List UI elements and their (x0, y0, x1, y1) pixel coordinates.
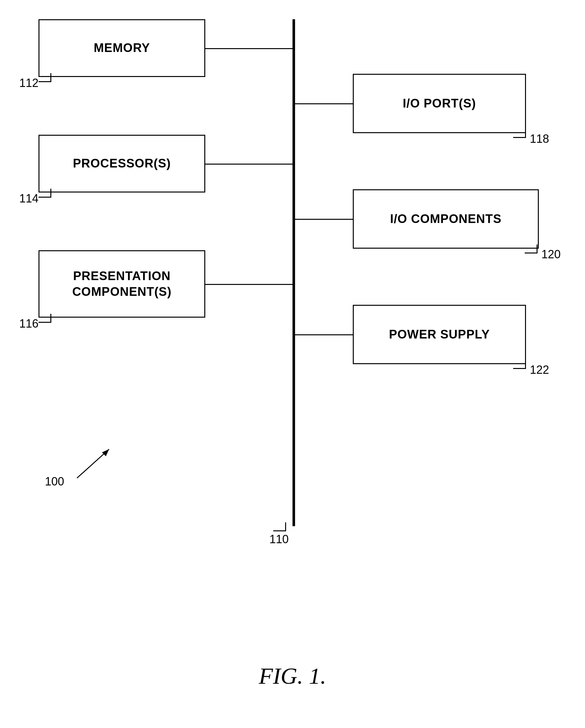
presentation-ref-bracket (38, 314, 51, 323)
io-ports-label: I/O PORT(S) (403, 96, 476, 111)
processor-box: PROCESSOR(S) (38, 135, 205, 192)
processor-label: PROCESSOR(S) (73, 156, 170, 171)
io-ports-ref: 118 (530, 132, 549, 146)
presentation-connector (205, 284, 294, 285)
bus-ref-bracket (273, 522, 286, 531)
power-supply-ref-bracket (513, 360, 526, 369)
presentation-label: PRESENTATIONCOMPONENT(S) (72, 268, 171, 300)
memory-connector (205, 48, 294, 49)
io-components-ref-bracket (525, 244, 537, 254)
figure-ref-arrow (64, 443, 128, 481)
figure-ref: 100 (45, 475, 64, 488)
presentation-box: PRESENTATIONCOMPONENT(S) (38, 250, 205, 318)
diagram: MEMORY 112 PROCESSOR(S) 114 PRESENTATION… (0, 0, 585, 728)
power-supply-ref: 122 (530, 363, 549, 377)
memory-ref: 112 (19, 76, 38, 90)
processor-ref-bracket (38, 189, 51, 198)
presentation-ref: 116 (19, 317, 38, 331)
memory-ref-bracket (38, 73, 51, 82)
io-ports-connector (294, 103, 353, 104)
io-ports-box: I/O PORT(S) (353, 74, 526, 133)
power-supply-connector (294, 334, 353, 335)
io-components-box: I/O COMPONENTS (353, 189, 539, 249)
io-components-label: I/O COMPONENTS (390, 211, 502, 227)
processor-ref: 114 (19, 192, 38, 205)
io-components-ref: 120 (541, 248, 561, 261)
io-components-connector (294, 219, 353, 220)
io-ports-ref-bracket (513, 129, 526, 138)
memory-box: MEMORY (38, 19, 205, 77)
processor-connector (205, 164, 294, 164)
power-supply-box: POWER SUPPLY (353, 305, 526, 364)
bus-line (292, 19, 295, 526)
bus-ref: 110 (269, 532, 289, 546)
power-supply-label: POWER SUPPLY (389, 327, 490, 342)
figure-caption: FIG. 1. (259, 663, 326, 690)
memory-label: MEMORY (94, 40, 150, 56)
